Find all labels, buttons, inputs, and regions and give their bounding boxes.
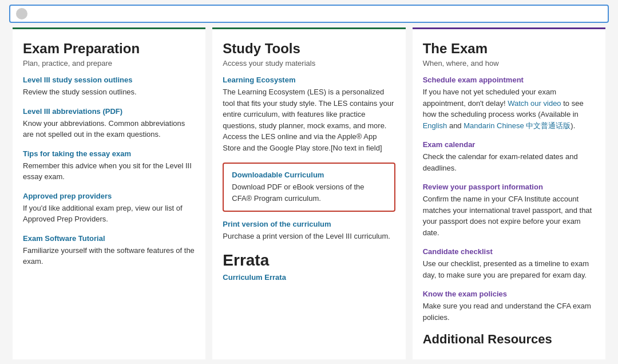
level3-outlines-text: Review the study session outlines. — [23, 86, 195, 98]
passport-link[interactable]: Review your passport information — [423, 183, 595, 191]
print-version-text: Purchase a print version of the Level II… — [223, 231, 395, 242]
tips-essay-link[interactable]: Tips for taking the essay exam — [23, 149, 195, 158]
exam-policies-block: Know the exam policies Make sure you rea… — [423, 290, 595, 323]
study-tools-column: Study Tools Access your study materials … — [212, 27, 405, 359]
passport-block: Review your passport information Confirm… — [423, 183, 595, 238]
mandarin-link[interactable]: Mandarin Chinese 中文普通话版 — [464, 121, 571, 130]
additional-resources-title: Additional Resources — [423, 332, 595, 347]
exam-prep-column: Exam Preparation Plan, practice, and pre… — [13, 27, 205, 359]
candidate-checklist-text: Use our checklist, presented as a timeli… — [423, 258, 595, 280]
schedule-exam-block: Schedule exam appointment If you have no… — [423, 76, 595, 131]
level3-abbreviations-text: Know your abbreviations. Common abbrevia… — [23, 118, 195, 140]
study-tools-title: Study Tools — [223, 41, 395, 57]
schedule-exam-text: If you have not yet scheduled your exam … — [423, 86, 595, 131]
approved-prep-link[interactable]: Approved prep providers — [23, 192, 195, 200]
candidate-checklist-link[interactable]: Candidate checklist — [423, 247, 595, 256]
the-exam-title: The Exam — [423, 41, 595, 57]
schedule-text-after: ). — [571, 121, 575, 130]
exam-prep-title: Exam Preparation — [23, 41, 195, 57]
schedule-text-and: and — [447, 121, 464, 130]
candidate-checklist-block: Candidate checklist Use our checklist, p… — [423, 247, 595, 280]
schedule-exam-link[interactable]: Schedule exam appointment — [423, 76, 595, 84]
exam-policies-text: Make sure you read and understand the CF… — [423, 300, 595, 323]
downloadable-curriculum-box: Downloadable Curriculum Download PDF or … — [223, 163, 395, 212]
exam-prep-subtitle: Plan, practice, and prepare — [23, 59, 195, 68]
main-content: Exam Preparation Plan, practice, and pre… — [0, 27, 618, 364]
exam-calendar-text: Check the calendar for exam-related date… — [423, 151, 595, 173]
passport-text: Confirm the name in your CFA Institute a… — [423, 193, 595, 238]
print-version-link[interactable]: Print version of the curriculum — [223, 220, 395, 228]
downloadable-curriculum-link[interactable]: Downloadable Curriculum — [232, 171, 386, 179]
learning-ecosystem-link[interactable]: Learning Ecosystem — [223, 76, 395, 84]
study-tools-subtitle: Access your study materials — [223, 59, 395, 68]
approved-prep-text: If you'd like additional exam prep, view… — [23, 203, 195, 225]
curriculum-errata-link[interactable]: Curriculum Errata — [223, 273, 395, 282]
exam-prep-item-5: Exam Software Tutorial Familiarize yours… — [23, 234, 195, 267]
exam-calendar-block: Exam calendar Check the calendar for exa… — [423, 140, 595, 173]
exam-calendar-link[interactable]: Exam calendar — [423, 140, 595, 149]
the-exam-column: The Exam When, where, and how Schedule e… — [413, 27, 605, 359]
errata-title: Errata — [223, 251, 395, 270]
exam-software-link[interactable]: Exam Software Tutorial — [23, 234, 195, 243]
learning-ecosystem-block: Learning Ecosystem The Learning Ecosyste… — [223, 76, 395, 153]
tips-essay-text: Remember this advice when you sit for th… — [23, 160, 195, 183]
level3-abbreviations-link[interactable]: Level III abbreviations (PDF) — [23, 107, 195, 116]
the-exam-subtitle: When, where, and how — [423, 59, 595, 68]
exam-policies-link[interactable]: Know the exam policies — [423, 290, 595, 298]
exam-prep-item-3: Tips for taking the essay exam Remember … — [23, 149, 195, 183]
exam-prep-item-2: Level III abbreviations (PDF) Know your … — [23, 107, 195, 140]
downloadable-curriculum-text: Download PDF or eBook versions of the CF… — [232, 181, 386, 204]
level3-outlines-link[interactable]: Level III study session outlines — [23, 76, 195, 84]
english-link[interactable]: English — [423, 121, 447, 130]
top-bar — [9, 5, 609, 23]
learning-ecosystem-text: The Learning Ecosystem (LES) is a person… — [223, 86, 395, 153]
exam-prep-item-4: Approved prep providers If you'd like ad… — [23, 192, 195, 225]
print-version-block: Print version of the curriculum Purchase… — [223, 220, 395, 242]
exam-software-text: Familiarize yourself with the software f… — [23, 245, 195, 267]
watch-video-link[interactable]: Watch our video — [508, 99, 561, 108]
exam-prep-item-1: Level III study session outlines Review … — [23, 76, 195, 98]
user-icon — [16, 8, 27, 19]
